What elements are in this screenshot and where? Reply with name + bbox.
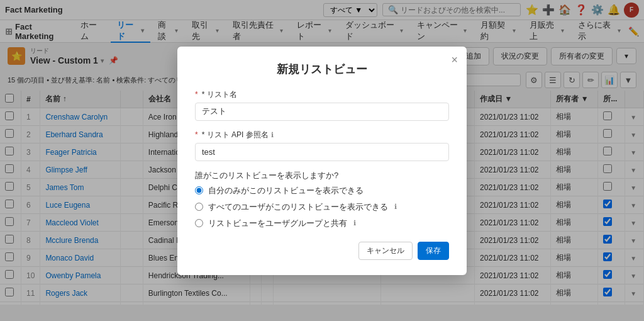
- visibility-question: 誰がこのリストビューを表示しますか?: [195, 170, 449, 181]
- radio-only-me-input[interactable]: [195, 186, 203, 194]
- user-groups-info-icon[interactable]: ℹ: [353, 219, 356, 227]
- modal-overlay[interactable]: × 新規リストビュー * * リスト名 * * リスト API 参照名 ℹ 誰が…: [0, 0, 644, 305]
- radio-all-users-label: すべてのユーザがこのリストビューを表示できる: [208, 201, 388, 213]
- radio-user-groups[interactable]: リストビューをユーザグループと共有 ℹ: [195, 218, 449, 229]
- radio-user-groups-input[interactable]: [195, 219, 203, 227]
- list-name-input[interactable]: [195, 103, 449, 121]
- api-name-label: * * リスト API 参照名 ℹ: [195, 130, 449, 140]
- visibility-radio-group: 自分のみがこのリストビューを表示できる すべてのユーザがこのリストビューを表示で…: [195, 185, 449, 229]
- visibility-group: 誰がこのリストビューを表示しますか? 自分のみがこのリストビューを表示できる す…: [195, 170, 449, 229]
- new-list-view-modal: × 新規リストビュー * * リスト名 * * リスト API 参照名 ℹ 誰が…: [177, 47, 467, 275]
- api-name-group: * * リスト API 参照名 ℹ: [195, 130, 449, 161]
- modal-close-button[interactable]: ×: [451, 54, 458, 65]
- radio-all-users-input[interactable]: [195, 203, 203, 211]
- all-users-info-icon[interactable]: ℹ: [394, 203, 397, 211]
- save-button[interactable]: 保存: [418, 242, 449, 260]
- radio-only-me[interactable]: 自分のみがこのリストビューを表示できる: [195, 185, 449, 196]
- cancel-button[interactable]: キャンセル: [358, 242, 413, 260]
- list-name-group: * * リスト名: [195, 89, 449, 121]
- api-name-input[interactable]: [195, 143, 449, 161]
- modal-footer: キャンセル 保存: [195, 242, 449, 260]
- modal-title: 新規リストビュー: [195, 62, 449, 77]
- radio-only-me-label: 自分のみがこのリストビューを表示できる: [208, 185, 364, 196]
- info-icon[interactable]: ℹ: [271, 131, 274, 139]
- radio-all-users[interactable]: すべてのユーザがこのリストビューを表示できる ℹ: [195, 201, 449, 213]
- radio-user-groups-label: リストビューをユーザグループと共有: [208, 218, 347, 229]
- list-name-label: * * リスト名: [195, 89, 449, 100]
